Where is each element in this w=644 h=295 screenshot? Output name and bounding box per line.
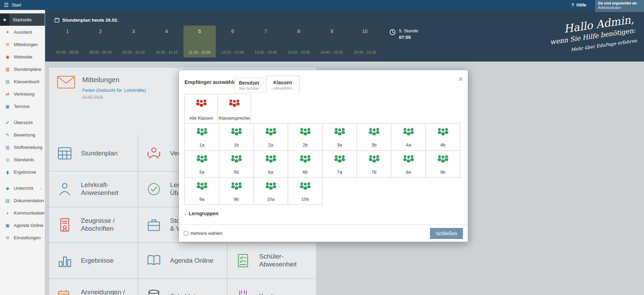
sidebar-item-label: Assistent xyxy=(14,30,32,35)
class-tile-10a[interactable]: 10a xyxy=(253,177,288,205)
group-tile-klassensprecher[interactable]: Klassensprecher xyxy=(218,94,251,123)
help-button[interactable]: ? Hilfe xyxy=(571,2,586,8)
learning-groups-toggle[interactable]: › Lerngruppen xyxy=(184,211,462,216)
signed-in-badge: Sie sind angemeldet als Administrator xyxy=(595,0,644,12)
class-tile-8a[interactable]: 8a xyxy=(391,150,426,178)
modal-header: Empfänger auswählen BenutzerNur SchülerK… xyxy=(179,70,468,93)
class-tile-1b[interactable]: 1b xyxy=(219,123,254,151)
tile-ergebnisse[interactable]: Ergebnisse xyxy=(49,243,138,278)
tile-label: Ergebnisse xyxy=(81,257,114,265)
sidebar-item-standards[interactable]: ◎Standards xyxy=(0,153,45,166)
briefcase-icon xyxy=(146,217,162,233)
sidebar-item-communication[interactable]: ◗Kommunikation› xyxy=(0,207,45,219)
calendar-icon xyxy=(54,18,60,23)
class-label: 7a xyxy=(337,170,342,175)
class-tile-7b[interactable]: 7b xyxy=(357,150,391,178)
documentation-icon: ▤ xyxy=(4,198,11,203)
calendar-edit-icon xyxy=(57,288,73,295)
class-tile-5b[interactable]: 5b xyxy=(219,150,254,178)
sidebar-item-website[interactable]: ◉Webseite xyxy=(0,51,45,63)
checklist-doc-icon xyxy=(235,253,251,269)
learning-groups-label: Lerngruppen xyxy=(189,211,218,216)
class-tile-10b[interactable]: 10b xyxy=(288,177,323,205)
modal-title: Empfänger auswählen xyxy=(184,79,239,85)
sidebar-item-class-register[interactable]: ▤Klassenbuch xyxy=(0,75,45,88)
class-tile-8b[interactable]: 8b xyxy=(425,150,460,178)
sidebar-item-lessons[interactable]: ◆Unterricht› xyxy=(0,182,45,194)
tab-benutzer[interactable]: BenutzerNur Schüler xyxy=(234,78,264,93)
sidebar-item-messages[interactable]: ✉Mitteilungen xyxy=(0,38,45,51)
period-time: 10:30 - 11:15 xyxy=(150,50,183,54)
tile-anmeldungen[interactable]: Anmeldungen /Umfragen xyxy=(49,279,138,295)
bar-chart-icon xyxy=(57,253,73,269)
schedule-title: Stundenplan heute 26.02. xyxy=(62,18,118,23)
period-number: 8 xyxy=(283,29,315,34)
hamburger-menu-icon[interactable]: ☰ xyxy=(4,2,9,8)
class-tile-6b[interactable]: 6b xyxy=(288,150,323,178)
sidebar-item-label: Webseite xyxy=(14,54,32,59)
class-tile-4b[interactable]: 4b xyxy=(425,123,460,151)
group-tile-alle-klassen[interactable]: Alle Klassen xyxy=(184,94,218,123)
tile-schuldaten[interactable]: Schuldaten xyxy=(138,279,227,295)
class-label: 9a xyxy=(199,197,204,202)
people-group-icon xyxy=(436,127,450,136)
tab-klassen[interactable]: Klassen...auswählen... xyxy=(266,76,299,93)
multi-select-option[interactable]: mehrere wählen xyxy=(184,231,222,236)
people-group-icon xyxy=(333,154,346,164)
message-link[interactable]: Ferien (Gelöscht für: Lehrkräfte) xyxy=(82,88,146,93)
sidebar-item-settings[interactable]: ⚙Einstellungen xyxy=(0,231,45,244)
class-tile-1a[interactable]: 1a xyxy=(184,123,219,151)
class-tile-4a[interactable]: 4a xyxy=(391,123,426,151)
tile-stundenplan[interactable]: Stundenplan xyxy=(49,136,138,171)
sidebar-item-assistant[interactable]: ✦Assistent xyxy=(0,26,45,38)
class-tile-3a[interactable]: 3a xyxy=(322,123,357,151)
sidebar-item-curriculum[interactable]: ▥Stoffverteilung xyxy=(0,141,45,153)
tile-zeugnisse-abschriften[interactable]: Zeugnisse /Abschriften xyxy=(49,207,138,242)
timetables-icon: ▦ xyxy=(4,67,11,72)
class-label: 3a xyxy=(337,142,342,148)
sidebar-item-agenda-online[interactable]: ▣Agenda Online xyxy=(0,219,45,231)
sidebar-item-overview[interactable]: ✔Übersicht xyxy=(0,116,45,129)
sidebar-item-grading[interactable]: ✎Bewertung xyxy=(0,129,45,141)
standards-icon: ◎ xyxy=(4,157,11,162)
certificate-doc-icon xyxy=(57,217,73,233)
class-tile-6a[interactable]: 6a xyxy=(253,150,288,178)
sidebar-item-events[interactable]: ▣Termine xyxy=(0,100,45,112)
tile-lehrkraft-anwesenheit[interactable]: Lehrkraft-Anwesenheit xyxy=(49,172,138,207)
sidebar-item-label: Stundenpläne xyxy=(14,67,41,72)
message-date: 03.02.2025 xyxy=(82,95,103,100)
class-tile-9b[interactable]: 9b xyxy=(219,177,254,205)
tab-sublabel: Nur Schüler xyxy=(239,86,260,90)
sidebar-item-label: Einstellungen xyxy=(14,235,41,240)
sidebar-item-label: Agenda Online xyxy=(14,223,43,228)
tile-schueler-abwesenheit[interactable]: Schüler-Abwesenheit xyxy=(228,243,316,278)
multi-select-checkbox[interactable] xyxy=(184,231,188,236)
sidebar-item-documentation[interactable]: ▤Dokumentation› xyxy=(0,194,45,207)
close-icon[interactable]: × xyxy=(458,75,463,83)
chevron-right-icon: › xyxy=(41,186,42,191)
class-tile-2a[interactable]: 2a xyxy=(253,123,288,151)
class-tile-2b[interactable]: 2b xyxy=(288,123,323,151)
class-tile-7a[interactable]: 7a xyxy=(322,150,357,178)
close-modal-button[interactable]: Schließen xyxy=(430,228,463,239)
seal-check-icon xyxy=(146,181,162,197)
chevron-right-icon: › xyxy=(41,198,42,203)
people-group-icon xyxy=(230,154,243,164)
period-strip: 107:45 - 08:30208:35 - 09:20309:25 - 10:… xyxy=(51,25,381,57)
sidebar-item-home[interactable]: ★Startseite xyxy=(0,13,45,26)
tile-agenda-online[interactable]: Agenda Online xyxy=(138,243,227,278)
class-tile-3b[interactable]: 3b xyxy=(357,123,391,151)
sidebar-item-label: Bewertung xyxy=(14,132,35,138)
sidebar-item-substitution[interactable]: ⇄Vertretung xyxy=(0,88,45,100)
class-label: 4b xyxy=(440,142,445,148)
class-tile-5a[interactable]: 5a xyxy=(184,150,219,178)
period-time: 09:25 - 10:10 xyxy=(117,50,150,54)
class-tile-9a[interactable]: 9a xyxy=(184,177,219,205)
sidebar-item-results[interactable]: ▮Ergebnisse xyxy=(0,166,45,178)
class-label: 1b xyxy=(234,142,239,148)
sidebar-item-timetables[interactable]: ▦Stundenpläne xyxy=(0,63,45,75)
envelope-icon xyxy=(57,75,75,89)
period-time: 14:40 - 15:25 xyxy=(316,50,348,54)
tile-kantine[interactable]: Kantine xyxy=(228,279,316,295)
signed-in-user: Administrator xyxy=(598,6,641,10)
